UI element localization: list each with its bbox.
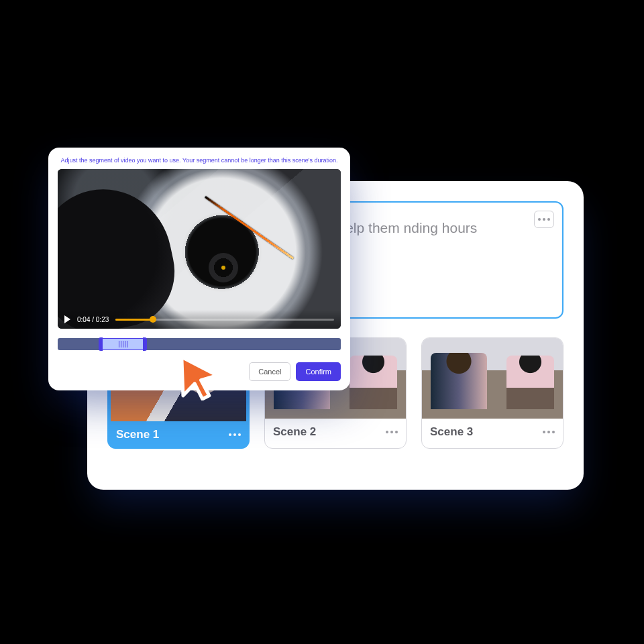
ellipsis-icon[interactable] [229, 433, 241, 436]
video-time-label: 0:04 / 0:23 [77, 316, 109, 323]
scene-label: Scene 3 [430, 425, 473, 439]
modal-actions: Cancel Confirm [58, 362, 341, 381]
ellipsis-icon[interactable] [543, 431, 555, 433]
confirm-button[interactable]: Confirm [296, 362, 341, 381]
video-controls: 0:04 / 0:23 [58, 310, 341, 329]
cancel-button[interactable]: Cancel [249, 362, 290, 381]
grip-icon [119, 341, 127, 347]
progress-handle[interactable] [150, 316, 156, 323]
trim-video-modal: Adjust the segment of video you want to … [48, 148, 350, 390]
scene-label: Scene 1 [116, 428, 159, 441]
scene-label: Scene 2 [273, 425, 316, 439]
scene-thumbnail [422, 338, 563, 419]
modal-instruction: Adjust the segment of video you want to … [58, 157, 341, 164]
segment-selection-handle[interactable] [100, 338, 146, 350]
ellipsis-icon [538, 218, 550, 221]
video-preview[interactable]: 0:04 / 0:23 [58, 169, 341, 329]
video-progress-bar[interactable] [115, 319, 334, 321]
segment-track[interactable] [58, 338, 341, 350]
ellipsis-icon[interactable] [386, 431, 398, 433]
play-icon[interactable] [64, 315, 70, 323]
text-block-more-button[interactable] [534, 211, 554, 228]
scene-card-3[interactable]: Scene 3 [421, 337, 564, 449]
